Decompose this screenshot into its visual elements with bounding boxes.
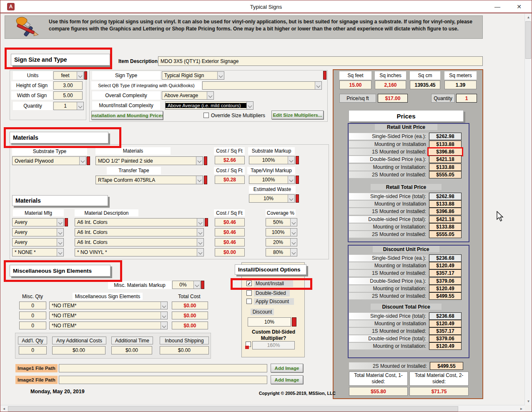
paintbrush-icon: [13, 17, 44, 38]
vinyl-desc-dropdown[interactable]: A6 Int. Colors: [75, 228, 204, 236]
tape-markup-dropdown[interactable]: 100%: [249, 176, 295, 184]
double-sided-label: Double-Sided: [254, 290, 290, 296]
substrate-material-dropdown[interactable]: MDO 1/2" Painted 2 side: [95, 156, 203, 165]
coverage-dropdown[interactable]: 20%: [266, 238, 297, 246]
vinyl-mfg-dropdown[interactable]: Avery: [12, 228, 64, 236]
width-field[interactable]: 5.00: [53, 91, 83, 100]
chevron-down-icon[interactable]: [57, 239, 63, 246]
price-row-label: Mounting or Installation:: [349, 224, 428, 230]
chevron-down-icon[interactable]: [290, 249, 297, 256]
required-indicator: [204, 156, 207, 165]
chevron-down-icon[interactable]: [77, 72, 83, 79]
height-field[interactable]: 3.00: [53, 81, 83, 90]
misc-markup-dropdown[interactable]: 0%: [172, 281, 201, 289]
substrate-markup-dropdown[interactable]: 100%: [249, 156, 295, 164]
installation-mounting-prices-button[interactable]: Installation and Mounting Prices: [91, 111, 163, 120]
chevron-down-icon[interactable]: [161, 322, 167, 329]
addl-costs-field[interactable]: $0.00: [52, 346, 105, 354]
chevron-down-icon[interactable]: [197, 249, 203, 256]
vinyl-desc-dropdown[interactable]: * NO VINYL *: [75, 248, 204, 256]
misc-item-dropdown[interactable]: *NO ITEM*: [49, 312, 168, 319]
transfer-tape-dropdown[interactable]: RTape Conform 4075RLA: [95, 176, 203, 184]
vinyl-mfg-dropdown[interactable]: * NONE *: [12, 248, 64, 256]
chevron-down-icon[interactable]: [161, 302, 167, 309]
vinyl-desc-dropdown[interactable]: A6 Int. Colors: [75, 218, 204, 226]
tape-cost-header: Cost / Sq Ft: [214, 167, 245, 174]
apply-discount-checkbox[interactable]: [246, 299, 252, 304]
override-size-multipliers-checkbox[interactable]: [203, 113, 209, 118]
sign-type-dropdown[interactable]: Typical Rigid Sign: [162, 71, 224, 80]
add-image1-button[interactable]: Add Image: [271, 364, 303, 372]
chevron-down-icon[interactable]: [315, 82, 321, 89]
image2-path-field[interactable]: [59, 376, 267, 384]
quantity-dropdown[interactable]: 1: [53, 102, 84, 110]
misc-qty-field[interactable]: 0: [19, 322, 46, 329]
horizontal-scroll-thumb[interactable]: [8, 406, 458, 412]
discount-field[interactable]: 10%: [248, 317, 291, 327]
addl-qty-field[interactable]: 0: [19, 346, 47, 354]
misc-item-dropdown[interactable]: *NO ITEM*: [49, 301, 168, 309]
scroll-down-arrow-icon[interactable]: ▼: [525, 398, 532, 405]
substrate-type-dropdown[interactable]: Overlaid Plywood: [12, 156, 86, 165]
vertical-scrollbar[interactable]: ▲ ▼: [524, 14, 532, 405]
chevron-down-icon[interactable]: [207, 92, 213, 99]
chevron-down-icon[interactable]: [246, 102, 253, 109]
chevron-down-icon[interactable]: [197, 219, 203, 226]
chevron-down-icon[interactable]: [196, 176, 203, 184]
custom-multiplier-field[interactable]: 160%: [252, 341, 295, 349]
chevron-down-icon[interactable]: [196, 157, 203, 165]
horizontal-scrollbar[interactable]: ◄ ►: [0, 405, 525, 412]
mount-install-checkbox[interactable]: ✓: [246, 281, 252, 286]
custom-multiplier-label-line1: Custom Dbl-Sided: [244, 329, 303, 335]
minimize-button[interactable]: —: [491, 2, 504, 11]
sqmeters-value: 1.39: [444, 80, 477, 89]
edit-size-multipliers-button[interactable]: Edit Size Multipliers...: [271, 111, 324, 119]
overall-complexity-dropdown[interactable]: Above Average: [162, 91, 214, 100]
chevron-down-icon[interactable]: [57, 249, 63, 256]
chevron-down-icon[interactable]: [197, 239, 203, 246]
chevron-down-icon[interactable]: [288, 156, 294, 164]
chevron-down-icon[interactable]: [290, 219, 297, 226]
chevron-down-icon[interactable]: [79, 157, 86, 165]
scroll-right-arrow-icon[interactable]: ►: [518, 405, 525, 412]
misc-qty-field[interactable]: 0: [19, 312, 46, 319]
misc-item-dropdown[interactable]: *NO ITEM*: [49, 322, 168, 329]
total-material-2-value: $71.75: [409, 387, 469, 396]
chevron-down-icon[interactable]: [57, 219, 63, 226]
coverage-dropdown[interactable]: 80%: [266, 248, 297, 256]
coverage-dropdown[interactable]: 100%: [266, 228, 297, 236]
chevron-down-icon[interactable]: [193, 281, 200, 289]
chevron-down-icon[interactable]: [290, 239, 297, 246]
double-sided-checkbox[interactable]: [246, 290, 252, 296]
chevron-down-icon[interactable]: [288, 176, 294, 183]
qb-type-dropdown[interactable]: [202, 81, 322, 90]
vinyl-mfg-dropdown[interactable]: Avery: [12, 218, 64, 226]
chevron-down-icon[interactable]: [57, 229, 63, 236]
vinyl-desc-dropdown[interactable]: A6 Int. Colors: [75, 238, 204, 246]
misc-qty-field[interactable]: 0: [19, 301, 46, 309]
chevron-down-icon[interactable]: [161, 312, 167, 319]
chevron-down-icon[interactable]: [290, 229, 297, 236]
price-row-label: Double-Sided Price (ea.):: [349, 156, 428, 163]
inbound-shipping-field[interactable]: $0.00: [160, 346, 209, 354]
close-button[interactable]: ✕: [512, 2, 526, 11]
add-image2-button[interactable]: Add Image: [271, 375, 303, 384]
vertical-scroll-thumb[interactable]: [525, 21, 531, 59]
units-dropdown[interactable]: feet: [53, 71, 84, 80]
inbound-shipping-header: Inbound Shipping: [160, 337, 209, 344]
scroll-up-arrow-icon[interactable]: ▲: [525, 14, 532, 21]
chevron-down-icon[interactable]: [288, 195, 294, 202]
item-description-field[interactable]: MDO 3X5 (QTY1) Exterior Signage: [158, 56, 483, 66]
price-sqft-value[interactable]: $17.00: [378, 94, 408, 103]
addl-time-field[interactable]: $0.00: [111, 346, 152, 354]
estimated-waste-dropdown[interactable]: 10%: [249, 194, 295, 203]
price-row-value: $357.17: [429, 269, 462, 277]
chevron-down-icon[interactable]: [77, 102, 83, 110]
vinyl-mfg-dropdown[interactable]: Avery: [12, 238, 64, 246]
mount-complexity-dropdown[interactable]: Above Average (i.e. mild contours): [165, 101, 253, 110]
scroll-left-arrow-icon[interactable]: ◄: [0, 405, 8, 412]
image1-path-field[interactable]: [59, 364, 267, 372]
chevron-down-icon[interactable]: [217, 72, 224, 79]
coverage-dropdown[interactable]: 50%: [266, 218, 297, 226]
chevron-down-icon[interactable]: [197, 229, 203, 236]
